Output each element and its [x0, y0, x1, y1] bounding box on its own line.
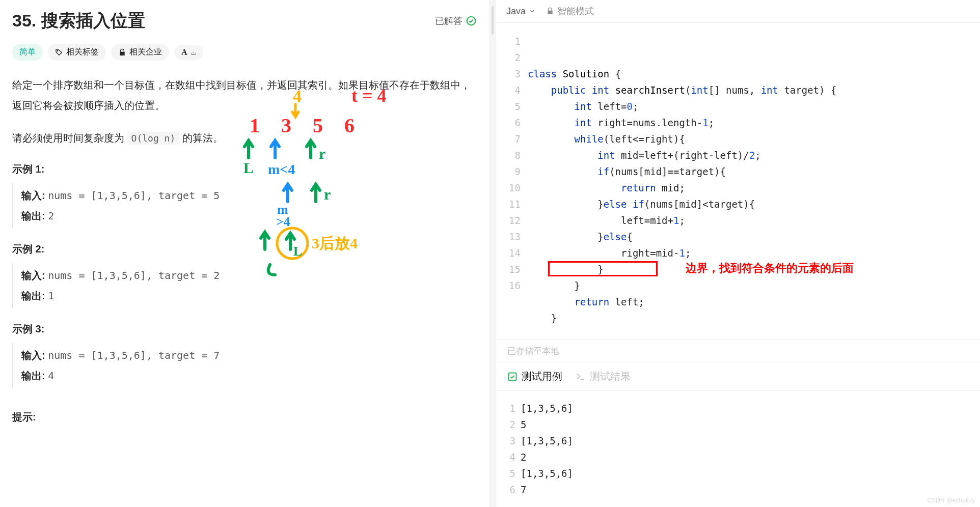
code-content[interactable]: class Solution { public int searchInsert… [528, 33, 980, 340]
language-selector[interactable]: Java [506, 6, 536, 17]
tab-result[interactable]: 测试结果 [576, 370, 631, 383]
red-annotation: 边界，找到符合条件的元素的后面 [686, 260, 854, 276]
tab-testcase[interactable]: 测试用例 [507, 370, 562, 383]
code-editor[interactable]: 12345678910111213141516 class Solution {… [496, 23, 980, 340]
testcase-content[interactable]: [1,3,5,6]5[1,3,5,6]2[1,3,5,6]7 [521, 400, 573, 498]
example-3-title: 示例 3: [12, 322, 477, 336]
tags-row: 简单 相关标签 相关企业 Aݖ [12, 44, 477, 61]
editor-panel: Java 智能模式 12345678910111213141516 class … [496, 0, 980, 507]
editor-header: Java 智能模式 [496, 0, 980, 23]
line-gutter: 12345678910111213141516 [496, 33, 528, 340]
terminal-icon [576, 372, 586, 382]
solved-status: 已解答 [435, 15, 477, 27]
lock-icon [118, 48, 126, 57]
watermark: CSDN @echoliuy [927, 497, 975, 504]
problem-title: 35. 搜索插入位置 [12, 9, 145, 33]
check-square-icon [507, 372, 518, 382]
example-3: 输入: nums = [1,3,5,6], target = 7 输出: 4 [12, 343, 477, 388]
check-circle-icon [466, 15, 477, 26]
save-status: 已存储至本地 [496, 340, 980, 362]
testcase-area[interactable]: 123456 [1,3,5,6]5[1,3,5,6]2[1,3,5,6]7 [496, 391, 980, 507]
lock-icon [546, 7, 554, 15]
problem-panel: 35. 搜索插入位置 已解答 简单 相关标签 相关企业 Aݖ 给定一个排序数组和… [0, 0, 489, 507]
chevron-down-icon [529, 8, 536, 15]
tag-icon [55, 48, 63, 57]
example-1-title: 示例 1: [12, 162, 477, 176]
results-tabs: 测试用例 测试结果 [496, 362, 980, 391]
companies-button[interactable]: 相关企业 [111, 44, 169, 61]
hints-title: 提示: [12, 410, 477, 424]
font-size-button[interactable]: Aݖ [174, 45, 203, 60]
problem-description: 给定一个排序数组和一个目标值，在数组中找到目标值，并返回其索引。如果目标值不存在… [12, 75, 477, 116]
example-2-title: 示例 2: [12, 242, 477, 256]
example-2: 输入: nums = [1,3,5,6], target = 2 输出: 1 [12, 263, 477, 308]
example-1: 输入: nums = [1,3,5,6], target = 5 输出: 2 [12, 183, 477, 228]
mode-label: 智能模式 [546, 5, 594, 17]
panel-divider[interactable] [489, 0, 496, 507]
difficulty-badge[interactable]: 简单 [12, 44, 43, 61]
svg-point-1 [57, 50, 58, 51]
testcase-gutter: 123456 [507, 400, 521, 498]
tags-button[interactable]: 相关标签 [48, 44, 106, 61]
problem-description-2: 请必须使用时间复杂度为 O(log n) 的算法。 [12, 128, 477, 148]
